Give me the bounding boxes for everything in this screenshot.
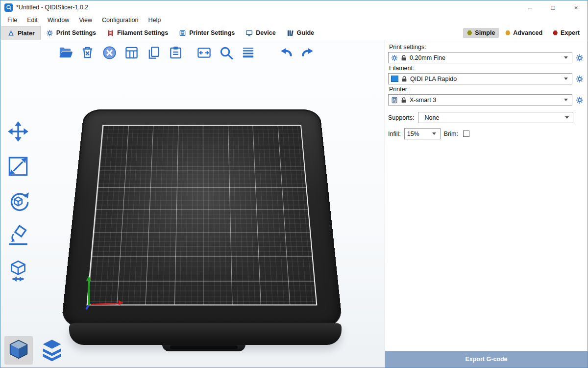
printer-label: Printer:	[389, 86, 584, 93]
expert-mode-icon	[553, 30, 558, 35]
minimize-button[interactable]: –	[518, 0, 541, 14]
redo-icon	[300, 45, 316, 60]
place-on-face-icon	[6, 224, 30, 248]
printer-icon	[391, 97, 398, 104]
menu-window[interactable]: Window	[43, 15, 74, 25]
delete-all-button[interactable]	[99, 43, 119, 62]
print-settings-combo[interactable]: 0.20mm Fine	[388, 52, 572, 63]
infill-row: Infill: 15% Brim:	[388, 128, 584, 139]
tab-label: Plater	[18, 30, 35, 37]
bed-grid	[87, 125, 318, 306]
print-settings-value: 0.20mm Fine	[410, 54, 562, 61]
gear-icon	[576, 96, 584, 104]
axis-y-green	[88, 278, 90, 305]
close-button[interactable]: ×	[564, 0, 588, 14]
plater-icon	[7, 29, 15, 37]
chevron-down-icon	[564, 78, 568, 82]
undo-button[interactable]	[276, 43, 295, 62]
mode-expert[interactable]: Expert	[549, 28, 584, 38]
tab-label: Print Settings	[56, 29, 96, 36]
mode-advanced[interactable]: Advanced	[501, 28, 546, 38]
mode-label: Expert	[561, 29, 580, 36]
mode-label: Simple	[475, 29, 495, 36]
filament-combo[interactable]: QIDI PLA Rapido	[388, 73, 572, 84]
bed-handle-slot	[170, 345, 238, 349]
printer-value: X-smart 3	[410, 97, 562, 104]
export-gcode-button[interactable]: Export G-code	[385, 351, 588, 368]
scale-button[interactable]	[4, 153, 32, 180]
paste-icon	[168, 45, 183, 60]
variable-layer-height-button[interactable]	[238, 43, 258, 62]
delete-all-icon	[102, 45, 117, 60]
tab-label: Guide	[297, 29, 314, 36]
viewport-3d[interactable]	[0, 40, 385, 368]
tab-plater[interactable]: Plater	[1, 26, 41, 40]
brim-label: Brim:	[444, 131, 458, 137]
lock-icon	[400, 54, 407, 61]
rotate-button[interactable]	[4, 187, 32, 215]
move-button[interactable]	[4, 118, 32, 145]
print-settings-row: 0.20mm Fine	[388, 52, 584, 63]
measure-button[interactable]	[4, 257, 32, 285]
menu-bar: File Edit Window View Configuration Help	[0, 14, 588, 26]
lock-icon	[400, 97, 407, 104]
mode-label: Advanced	[513, 29, 542, 36]
split-icon	[196, 45, 212, 60]
mode-switcher: Simple Advanced Expert	[463, 26, 588, 40]
menu-view[interactable]: View	[74, 15, 97, 25]
print-settings-label: Print settings:	[389, 44, 584, 51]
supports-label: Supports:	[388, 114, 415, 121]
chevron-down-icon	[432, 132, 436, 137]
gizmo-toolbar	[4, 118, 32, 285]
mode-simple[interactable]: Simple	[463, 28, 499, 38]
tab-printer-settings[interactable]: Printer Settings	[173, 26, 240, 40]
bed-plate	[95, 102, 309, 315]
infill-combo[interactable]: 15%	[404, 128, 441, 139]
gear-icon	[576, 54, 584, 62]
paste-button[interactable]	[166, 43, 185, 62]
filament-color-swatch	[391, 76, 398, 82]
menu-file[interactable]: File	[2, 15, 22, 25]
print-settings-gear-button[interactable]	[575, 53, 584, 62]
delete-button[interactable]	[77, 43, 97, 62]
preview-layers-view-button[interactable]	[38, 336, 66, 365]
supports-combo[interactable]: None	[418, 112, 573, 123]
copy-button[interactable]	[144, 43, 163, 62]
gear-icon	[576, 75, 584, 83]
menu-edit[interactable]: Edit	[22, 15, 43, 25]
rotate-icon	[6, 189, 30, 213]
view-toggle-bar	[4, 336, 66, 365]
device-icon	[245, 29, 253, 37]
settings-sidebar: Print settings: 0.20mm Fine Filament: QI…	[385, 40, 588, 368]
arrange-button[interactable]	[122, 43, 141, 62]
menu-configuration[interactable]: Configuration	[97, 15, 143, 25]
tab-device[interactable]: Device	[240, 26, 281, 40]
open-file-button[interactable]	[55, 43, 75, 62]
split-button[interactable]	[194, 43, 214, 62]
place-on-face-button[interactable]	[4, 222, 32, 250]
redo-button[interactable]	[298, 43, 318, 62]
main-area: Print settings: 0.20mm Fine Filament: QI…	[0, 40, 588, 368]
gear-icon	[46, 29, 53, 37]
menu-help[interactable]: Help	[143, 15, 166, 25]
open-icon	[58, 45, 73, 60]
move-icon	[6, 119, 30, 144]
filament-label: Filament:	[389, 65, 584, 72]
lock-icon	[401, 76, 408, 82]
maximize-button[interactable]: □	[541, 0, 564, 14]
tab-guide[interactable]: Guide	[281, 26, 319, 40]
cube-3d-icon	[6, 338, 31, 363]
brim-checkbox[interactable]	[463, 131, 469, 137]
filament-value: QIDI PLA Rapido	[410, 76, 562, 82]
printer-gear-button[interactable]	[575, 96, 584, 104]
app-window: *Untitled - QIDISlicer-1.0.2 – □ × File …	[0, 0, 588, 368]
tab-filament-settings[interactable]: Filament Settings	[101, 26, 173, 40]
search-button[interactable]	[216, 43, 236, 62]
axis-x-arrowhead	[119, 300, 126, 305]
editor-3d-view-button[interactable]	[4, 336, 33, 365]
infill-label: Infill:	[388, 131, 401, 137]
tab-print-settings[interactable]: Print Settings	[41, 26, 101, 40]
filament-gear-button[interactable]	[575, 75, 584, 83]
printer-combo[interactable]: X-smart 3	[388, 94, 572, 105]
chevron-down-icon	[565, 116, 569, 121]
